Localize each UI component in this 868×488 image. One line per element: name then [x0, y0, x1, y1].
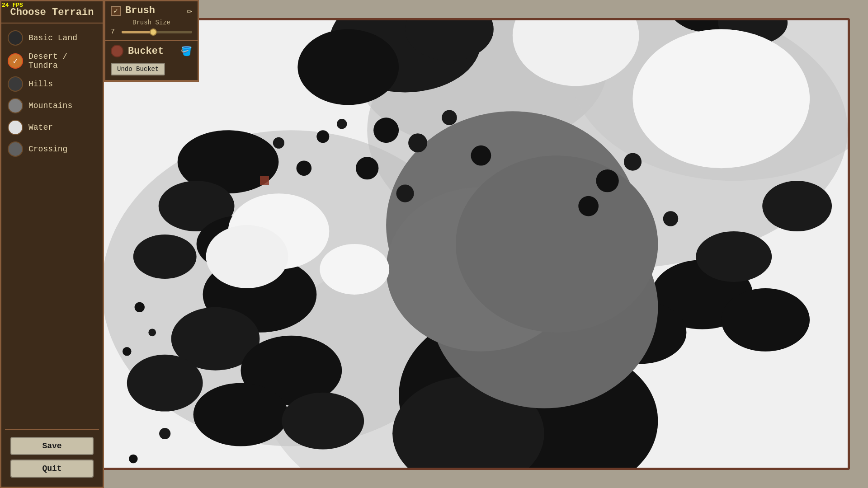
terrain-list: ✓ Basic Land ✓ Desert / Tundra ✓ Hills ✓…: [1, 23, 103, 427]
bucket-section: Bucket 🪣 Undo Bucket: [105, 41, 198, 81]
svg-point-40: [408, 133, 427, 152]
svg-point-47: [297, 160, 312, 176]
svg-point-41: [356, 157, 378, 179]
brush-size-value: 7: [111, 28, 118, 36]
panel-divider: [5, 429, 99, 430]
svg-point-44: [396, 185, 414, 202]
brush-section: ✓ Brush ✏ Brush Size 7: [105, 1, 198, 41]
svg-point-17: [193, 383, 288, 446]
tool-panel: ✓ Brush ✏ Brush Size 7 Bucket 🪣 Undo Buc…: [104, 0, 199, 82]
svg-point-55: [123, 347, 132, 356]
svg-point-7: [297, 29, 399, 105]
svg-point-51: [578, 196, 599, 216]
terrain-swatch-crossing: ✓: [8, 141, 23, 157]
checkmark-desert: ✓: [13, 56, 18, 66]
svg-point-12: [133, 235, 197, 279]
svg-point-54: [148, 328, 156, 336]
terrain-label-water: Water: [28, 123, 53, 132]
terrain-label-desert: Desert / Tundra: [28, 52, 96, 70]
brush-size-row: 7: [111, 28, 192, 36]
terrain-label-crossing: Crossing: [28, 145, 67, 154]
terrain-label-mountains: Mountains: [28, 101, 72, 110]
map-area[interactable]: [36, 18, 850, 470]
brush-checkbox[interactable]: ✓: [111, 6, 121, 16]
terrain-item-desert[interactable]: ✓ Desert / Tundra: [6, 49, 98, 73]
svg-point-39: [373, 117, 399, 143]
svg-point-57: [129, 455, 138, 464]
brush-name: Brush: [125, 5, 182, 16]
panel-buttons: Save Quit: [1, 432, 103, 487]
terrain-swatch-desert: ✓: [8, 53, 23, 69]
svg-point-25: [721, 288, 810, 352]
map-canvas: [38, 20, 848, 468]
svg-point-48: [273, 137, 284, 149]
bucket-icon: 🪣: [181, 46, 192, 57]
svg-point-52: [663, 211, 679, 226]
svg-point-33: [456, 155, 658, 333]
svg-point-46: [337, 119, 347, 129]
terrain-item-hills[interactable]: ✓ Hills: [6, 73, 98, 95]
svg-point-43: [471, 145, 491, 166]
brush-size-label: Brush Size: [111, 19, 192, 26]
bucket-header: Bucket 🪣: [111, 45, 192, 57]
brush-icon: ✏: [187, 5, 192, 16]
terrain-label-basic-land: Basic Land: [28, 33, 77, 42]
svg-point-53: [135, 302, 145, 312]
svg-point-26: [762, 181, 832, 231]
svg-point-49: [596, 169, 618, 192]
map-svg: [38, 20, 848, 468]
terrain-item-water[interactable]: ✓ Water: [6, 117, 98, 138]
svg-point-37: [633, 29, 810, 169]
quit-button[interactable]: Quit: [10, 460, 94, 478]
terrain-swatch-basic-land: ✓: [8, 30, 23, 46]
terrain-swatch-water: ✓: [8, 120, 23, 135]
svg-point-50: [624, 153, 642, 171]
terrain-item-mountains[interactable]: ✓ Mountains: [6, 95, 98, 117]
save-button[interactable]: Save: [10, 437, 94, 455]
svg-point-35: [206, 225, 288, 288]
svg-point-18: [282, 393, 364, 450]
bucket-swatch: [111, 45, 123, 57]
svg-point-56: [159, 428, 170, 439]
svg-point-42: [442, 110, 457, 126]
fps-counter: 24 FPS: [2, 2, 23, 9]
svg-point-16: [127, 355, 203, 412]
terrain-swatch-mountains: ✓: [8, 98, 23, 113]
terrain-item-basic-land[interactable]: ✓ Basic Land: [6, 27, 98, 49]
terrain-swatch-hills: ✓: [8, 76, 23, 92]
svg-point-24: [696, 231, 772, 282]
undo-bucket-button[interactable]: Undo Bucket: [111, 63, 165, 75]
brush-slider[interactable]: [122, 31, 192, 33]
brush-slider-thumb[interactable]: [150, 28, 157, 36]
svg-point-36: [320, 244, 389, 295]
terrain-item-crossing[interactable]: ✓ Crossing: [6, 138, 98, 160]
left-panel: Choose Terrain ✓ Basic Land ✓ Desert / T…: [0, 0, 104, 488]
bucket-name: Bucket: [128, 46, 176, 57]
svg-point-45: [316, 130, 329, 143]
terrain-label-hills: Hills: [28, 80, 53, 89]
brush-header: ✓ Brush ✏: [111, 5, 192, 16]
brush-slider-fill: [122, 31, 153, 33]
